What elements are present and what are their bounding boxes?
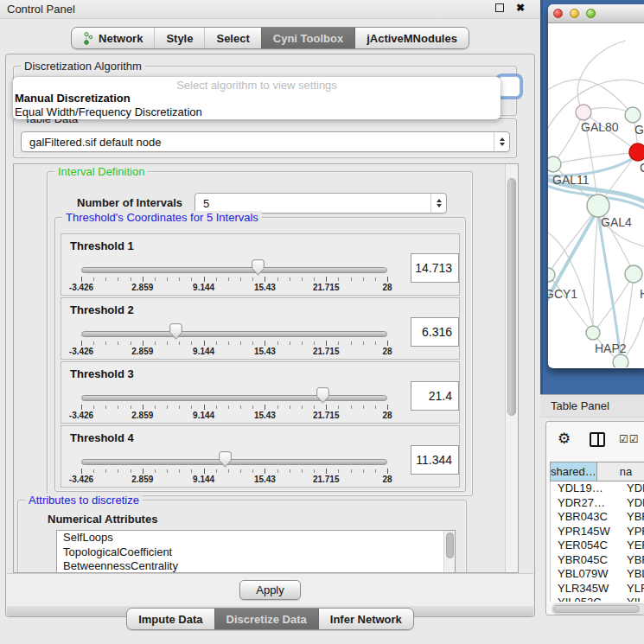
minimize-traffic-light-icon[interactable] bbox=[570, 9, 579, 18]
attribute-item[interactable]: TopologicalCoefficient bbox=[57, 545, 455, 560]
network-node[interactable] bbox=[587, 194, 609, 217]
control-panel: Control Panel ✖ NetworkStyleSelectCyni T… bbox=[0, 0, 540, 644]
threshold-panel: Threshold 3 -3.4262.8599.14415.4321.7152… bbox=[61, 361, 460, 424]
interval-definition-group: Interval Definition Number of Intervals … bbox=[47, 171, 473, 496]
network-view-window: GAL80GACGAL11GAL4GCY1HHAP2 bbox=[548, 4, 644, 368]
network-node[interactable] bbox=[625, 107, 641, 123]
threshold-value-input[interactable] bbox=[411, 445, 459, 475]
threshold-panel: Threshold 4 -3.4262.8599.14415.4321.7152… bbox=[61, 425, 460, 488]
table-row[interactable]: YBR043CYBR0 bbox=[551, 510, 644, 525]
float-window-icon[interactable] bbox=[495, 3, 504, 12]
threshold-slider[interactable]: -3.4262.8599.14415.4321.71528 bbox=[81, 426, 387, 488]
algorithm-dropdown-popup: Select algorithm to view settings Manual… bbox=[13, 77, 501, 119]
table-row[interactable]: YDL19…YDL1 bbox=[551, 481, 644, 496]
tab-select[interactable]: Select bbox=[204, 28, 260, 48]
tab-discretize-data[interactable]: Discretize Data bbox=[214, 609, 318, 629]
network-node[interactable] bbox=[613, 354, 628, 367]
attribute-item[interactable]: BetweennessCentrality bbox=[57, 559, 455, 573]
settings-scrollbar[interactable] bbox=[505, 164, 518, 572]
slider-track[interactable] bbox=[81, 459, 387, 465]
close-traffic-light-icon[interactable] bbox=[553, 9, 563, 18]
table-cell: YPR145W bbox=[551, 525, 615, 539]
slider-ticks bbox=[81, 405, 387, 411]
attributes-scrollbar[interactable] bbox=[443, 531, 455, 573]
network-node[interactable] bbox=[576, 105, 591, 120]
node-label: GAL11 bbox=[552, 173, 590, 187]
slider-tick-labels: -3.4262.8599.14415.4321.71528 bbox=[81, 411, 387, 421]
table-row[interactable]: YBL079WYBL0 bbox=[551, 567, 644, 582]
table-cell: YLR345W bbox=[551, 582, 615, 596]
slider-handle-icon[interactable] bbox=[252, 259, 265, 276]
table-row[interactable]: YLR345WYLR3 bbox=[551, 582, 644, 596]
tab-cyni-toolbox[interactable]: Cyni Toolbox bbox=[261, 28, 354, 48]
numerical-attributes-label: Numerical Attributes bbox=[48, 513, 157, 526]
table-toolbar: ⚙ ☑☑ bbox=[546, 422, 644, 460]
network-icon bbox=[83, 32, 94, 45]
network-node[interactable] bbox=[548, 156, 561, 172]
threshold-slider[interactable]: -3.4262.8599.14415.4321.71528 bbox=[81, 234, 387, 296]
slider-handle-icon[interactable] bbox=[169, 323, 182, 340]
algorithm-combobox[interactable] bbox=[498, 76, 520, 97]
apply-button[interactable]: Apply bbox=[239, 580, 301, 600]
attribute-item[interactable]: SelfLoops bbox=[57, 531, 455, 545]
table-cell: YER0 bbox=[615, 539, 644, 553]
control-panel-titlebar: Control Panel ✖ bbox=[0, 0, 540, 19]
threshold-value-input[interactable] bbox=[411, 381, 459, 411]
tab-impute-data[interactable]: Impute Data bbox=[127, 609, 214, 629]
node-label: GCY1 bbox=[548, 287, 577, 301]
table-cell: YBL079W bbox=[551, 567, 615, 582]
tab-style[interactable]: Style bbox=[154, 28, 204, 48]
zoom-traffic-light-icon[interactable] bbox=[586, 9, 596, 18]
tab-jactivemnodules[interactable]: jActiveMNodules bbox=[354, 28, 469, 48]
algorithm-option[interactable]: Manual Discretization bbox=[13, 92, 501, 105]
threshold-value-input[interactable] bbox=[411, 253, 459, 283]
node-table: shared… na YDL19…YDL1YDR27…YDR2YBR043CYB… bbox=[550, 462, 644, 615]
table-header-row: shared… na bbox=[550, 462, 644, 481]
table-data-combobox[interactable]: galFiltered.sif default node bbox=[21, 131, 510, 152]
group-title: Interval Definition bbox=[54, 165, 148, 178]
attributes-group: Attributes to discretize Numerical Attri… bbox=[17, 500, 467, 573]
network-node[interactable] bbox=[625, 265, 642, 283]
table-row[interactable]: YBR045CYBR0 bbox=[551, 553, 644, 568]
network-canvas[interactable]: GAL80GACGAL11GAL4GCY1HHAP2 bbox=[548, 23, 644, 367]
table-cell: YDR27… bbox=[551, 496, 615, 511]
slider-ticks bbox=[81, 277, 387, 283]
table-row[interactable]: YPR145WYPR1 bbox=[551, 525, 644, 539]
threshold-slider[interactable]: -3.4262.8599.14415.4321.71528 bbox=[81, 362, 387, 424]
table-cell: YBR045C bbox=[551, 553, 615, 568]
split-columns-icon[interactable] bbox=[590, 432, 605, 447]
slider-track[interactable] bbox=[81, 395, 387, 401]
gear-icon[interactable]: ⚙ bbox=[558, 431, 571, 446]
top-tab-bar: NetworkStyleSelectCyni ToolboxjActiveMNo… bbox=[71, 27, 469, 49]
column-header-shared-name[interactable]: shared… bbox=[551, 462, 597, 481]
network-node[interactable] bbox=[586, 326, 600, 340]
slider-handle-icon[interactable] bbox=[219, 451, 232, 468]
tab-label: Infer Network bbox=[330, 613, 402, 626]
slider-handle-icon[interactable] bbox=[316, 387, 329, 404]
table-row[interactable]: YIL052CYIL0 bbox=[551, 596, 644, 602]
network-node[interactable] bbox=[548, 268, 555, 282]
network-node[interactable] bbox=[629, 143, 644, 161]
slider-track[interactable] bbox=[81, 267, 387, 273]
tab-infer-network[interactable]: Infer Network bbox=[318, 609, 413, 629]
close-icon[interactable]: ✖ bbox=[516, 3, 525, 12]
tab-network[interactable]: Network bbox=[72, 28, 154, 48]
algorithm-option[interactable]: Equal Width/Frequency Discretization bbox=[13, 105, 501, 119]
threshold-panel: Threshold 2 -3.4262.8599.14415.4321.7152… bbox=[61, 297, 460, 360]
combobox-stepper-icon[interactable] bbox=[494, 132, 509, 151]
threshold-slider[interactable]: -3.4262.8599.14415.4321.71528 bbox=[81, 298, 387, 360]
tab-label: Discretize Data bbox=[226, 613, 307, 626]
numerical-attributes-list[interactable]: SelfLoopsTopologicalCoefficientBetweenne… bbox=[56, 530, 456, 573]
select-columns-checkboxes-icon[interactable]: ☑☑ bbox=[619, 433, 640, 445]
slider-track[interactable] bbox=[81, 331, 387, 337]
table-row[interactable]: YER054CYER0 bbox=[551, 539, 644, 553]
table-cell: YBR043C bbox=[551, 510, 615, 525]
settings-scroll-area: Interval Definition Number of Intervals … bbox=[13, 163, 519, 573]
table-horizontal-scrollbar[interactable] bbox=[552, 603, 644, 615]
threshold-value-input[interactable] bbox=[411, 317, 459, 347]
column-header-name[interactable]: na bbox=[597, 462, 644, 481]
thresholds-group: Threshold's Coordinates for 5 Intervals … bbox=[54, 217, 466, 492]
table-row[interactable]: YDR27…YDR2 bbox=[551, 496, 644, 511]
tab-label: Select bbox=[216, 32, 249, 45]
combobox-stepper-icon[interactable] bbox=[430, 194, 446, 213]
